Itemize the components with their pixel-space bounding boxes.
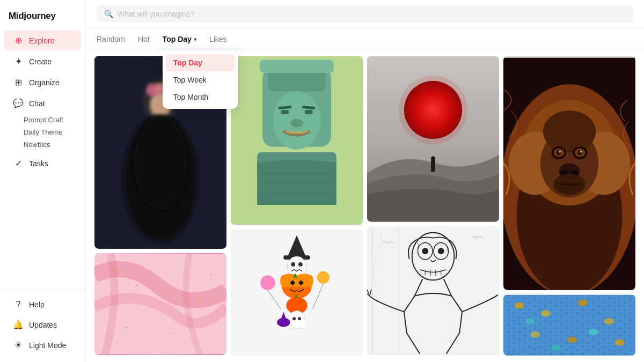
svg-point-103 bbox=[552, 344, 561, 351]
dropdown-item-topday[interactable]: Top Day bbox=[166, 54, 235, 71]
svg-rect-18 bbox=[260, 60, 334, 73]
sidebar-item-chat[interactable]: 💬 Chat bbox=[4, 93, 81, 113]
sidebar-label-tasks: Tasks bbox=[29, 159, 48, 168]
svg-point-102 bbox=[588, 329, 598, 335]
grid-col-4 bbox=[503, 56, 635, 356]
grid-col-2 bbox=[231, 56, 363, 356]
tab-topday-label: Top Day bbox=[163, 35, 192, 43]
sidebar-bottom: ? Help 🔔 Updates ☀ Light Mode bbox=[0, 290, 85, 356]
lightmode-icon: ☀ bbox=[13, 340, 24, 350]
svg-point-47 bbox=[260, 275, 275, 290]
search-bar[interactable]: 🔍 What will you imagine? bbox=[97, 5, 633, 23]
svg-rect-42 bbox=[289, 320, 305, 327]
main-content: 🔍 What will you imagine? Random Hot Top … bbox=[86, 0, 644, 362]
svg-point-100 bbox=[567, 337, 577, 343]
svg-point-60 bbox=[422, 248, 428, 254]
svg-point-24 bbox=[290, 119, 303, 128]
image-teal-statue[interactable] bbox=[231, 56, 363, 225]
svg-point-101 bbox=[525, 318, 535, 324]
svg-rect-54 bbox=[431, 160, 435, 172]
search-placeholder: What will you imagine? bbox=[118, 10, 194, 18]
svg-point-12 bbox=[173, 333, 174, 334]
sidebar-label-create: Create bbox=[29, 57, 52, 66]
dropdown-item-topweek[interactable]: Top Week bbox=[166, 71, 235, 88]
image-zombie-sketch[interactable] bbox=[367, 226, 499, 355]
chat-sub-items: Prompt Craft Daily Theme Newbies bbox=[0, 114, 85, 153]
sidebar-item-tasks[interactable]: ✓ Tasks bbox=[4, 153, 81, 173]
svg-point-94 bbox=[515, 302, 524, 309]
image-blue-mosaic[interactable] bbox=[503, 294, 635, 356]
sidebar-label-help: Help bbox=[29, 300, 45, 309]
updates-icon: 🔔 bbox=[13, 320, 24, 330]
organize-icon: ⊞ bbox=[13, 77, 24, 87]
dropdown-item-topmonth[interactable]: Top Month bbox=[166, 88, 235, 106]
sidebar-label-explore: Explore bbox=[29, 36, 54, 45]
svg-point-10 bbox=[136, 285, 137, 286]
app-logo: Midjourney bbox=[0, 6, 85, 30]
svg-point-44 bbox=[298, 317, 301, 320]
sidebar-sub-daily-theme[interactable]: Daily Theme bbox=[24, 126, 85, 138]
svg-point-53 bbox=[399, 76, 467, 144]
svg-point-34 bbox=[298, 262, 303, 267]
image-orangutan-portrait[interactable] bbox=[503, 56, 635, 290]
svg-point-33 bbox=[291, 262, 295, 267]
svg-point-99 bbox=[530, 331, 540, 338]
image-red-moon-desert[interactable] bbox=[367, 56, 499, 222]
sidebar-item-lightmode[interactable]: ☀ Light Mode bbox=[4, 335, 81, 355]
tab-topday-container: Top Day ▾ Top Day Top Week Top Month bbox=[163, 35, 196, 49]
sidebar-label-chat: Chat bbox=[29, 99, 45, 108]
svg-point-98 bbox=[615, 339, 625, 346]
tab-hot[interactable]: Hot bbox=[138, 35, 150, 49]
svg-point-95 bbox=[541, 310, 551, 316]
chat-icon: 💬 bbox=[13, 98, 24, 108]
svg-point-61 bbox=[438, 248, 444, 254]
grid-col-3 bbox=[367, 56, 499, 356]
sidebar-item-help[interactable]: ? Help bbox=[4, 295, 81, 314]
svg-point-43 bbox=[292, 317, 296, 320]
sidebar-item-updates[interactable]: 🔔 Updates bbox=[4, 315, 81, 335]
svg-point-96 bbox=[578, 300, 588, 306]
svg-point-97 bbox=[604, 318, 614, 324]
sidebar-item-explore[interactable]: ⊕ Explore bbox=[4, 31, 81, 50]
header: 🔍 What will you imagine? bbox=[86, 0, 644, 28]
svg-point-76 bbox=[543, 110, 596, 153]
sidebar-item-organize[interactable]: ⊞ Organize bbox=[4, 72, 81, 92]
tab-topday[interactable]: Top Day ▾ bbox=[163, 35, 196, 49]
svg-point-11 bbox=[199, 300, 201, 302]
tab-random[interactable]: Random bbox=[97, 35, 125, 49]
sidebar-label-updates: Updates bbox=[29, 321, 57, 329]
svg-point-55 bbox=[431, 156, 435, 160]
svg-point-9 bbox=[114, 269, 116, 271]
chevron-down-icon: ▾ bbox=[194, 36, 196, 42]
sidebar-sub-prompt-craft[interactable]: Prompt Craft bbox=[24, 114, 85, 126]
svg-point-49 bbox=[317, 271, 330, 284]
sidebar-sub-newbies[interactable]: Newbies bbox=[24, 138, 85, 151]
svg-point-83 bbox=[559, 151, 561, 153]
svg-point-7 bbox=[134, 115, 187, 210]
explore-icon: ⊕ bbox=[13, 35, 24, 46]
tabs-bar: Random Hot Top Day ▾ Top Day Top Week To… bbox=[86, 28, 644, 49]
svg-point-81 bbox=[556, 150, 561, 156]
svg-point-82 bbox=[577, 150, 583, 156]
sidebar-label-lightmode: Light Mode bbox=[29, 341, 66, 350]
image-pink-marble[interactable] bbox=[94, 253, 226, 355]
topday-dropdown-menu: Top Day Top Week Top Month bbox=[163, 51, 238, 109]
svg-rect-21 bbox=[305, 110, 313, 114]
search-icon: 🔍 bbox=[104, 10, 113, 18]
svg-point-13 bbox=[125, 327, 127, 329]
svg-point-14 bbox=[210, 274, 211, 276]
svg-point-84 bbox=[580, 151, 582, 153]
sidebar-item-create[interactable]: ✦ Create bbox=[4, 51, 81, 71]
create-icon: ✦ bbox=[13, 56, 24, 67]
svg-rect-20 bbox=[281, 110, 289, 114]
sidebar-label-organize: Organize bbox=[29, 78, 60, 87]
help-icon: ? bbox=[13, 300, 24, 309]
image-halloween-stack[interactable] bbox=[231, 229, 363, 356]
svg-rect-56 bbox=[367, 227, 499, 354]
tasks-icon: ✓ bbox=[13, 158, 24, 168]
sidebar: Midjourney ⊕ Explore ✦ Create ⊞ Organize… bbox=[0, 0, 86, 362]
tab-likes[interactable]: Likes bbox=[209, 35, 227, 49]
